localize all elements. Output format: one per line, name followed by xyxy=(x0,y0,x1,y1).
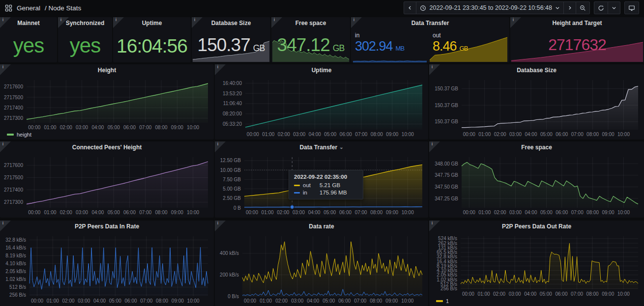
svg-text:2.50 GB: 2.50 GB xyxy=(223,195,241,201)
svg-text:1.02 kB/s: 1.02 kB/s xyxy=(5,277,26,282)
panel-title[interactable]: Uptime xyxy=(113,17,191,29)
info-icon[interactable]: i xyxy=(113,17,124,28)
svg-text:00:00: 00:00 xyxy=(246,210,258,215)
panel-uptime-chart: i Uptime 00:0001:0002:0003:0004:0005:000… xyxy=(215,64,428,139)
database-size-chart[interactable]: 00:0001:0002:0003:0004:0005:0006:0007:00… xyxy=(430,75,643,139)
info-icon[interactable]: i xyxy=(429,141,440,152)
svg-text:02:00: 02:00 xyxy=(60,210,72,215)
panel-title[interactable]: Height xyxy=(0,64,214,76)
panel-title[interactable]: Free space xyxy=(429,141,644,153)
info-icon[interactable]: i xyxy=(58,17,69,28)
svg-text:08:20:00: 08:20:00 xyxy=(223,111,242,116)
svg-text:10:00: 10:00 xyxy=(617,210,630,215)
svg-text:02:00: 02:00 xyxy=(62,298,75,304)
svg-text:05:00: 05:00 xyxy=(322,298,335,304)
svg-text:09:00: 09:00 xyxy=(602,132,615,137)
svg-text:04:00: 04:00 xyxy=(93,298,106,304)
svg-text:2717400: 2717400 xyxy=(4,187,23,193)
svg-text:06:00: 06:00 xyxy=(339,210,351,215)
height-chart[interactable]: 00:0001:0002:0003:0004:0005:0006:0007:00… xyxy=(1,75,213,139)
svg-text:256 B/s: 256 B/s xyxy=(9,292,26,298)
svg-text:07:00: 07:00 xyxy=(139,125,151,130)
uptime-chart[interactable]: 00:0001:0002:0003:0004:0005:0006:0007:00… xyxy=(216,75,427,139)
legend[interactable]: height xyxy=(7,132,31,138)
panel-title[interactable]: Height and Target xyxy=(510,17,644,29)
info-icon[interactable]: i xyxy=(192,17,203,28)
info-icon[interactable]: i xyxy=(429,221,440,231)
database-size-value: 150.37GB xyxy=(198,36,265,54)
p2p-out-rate-chart[interactable]: 00:0001:0002:0003:0004:0005:0006:0007:00… xyxy=(430,231,643,305)
svg-text:524 kB/s: 524 kB/s xyxy=(438,236,457,241)
svg-text:06:00: 06:00 xyxy=(338,298,351,304)
info-icon[interactable]: i xyxy=(215,221,226,231)
svg-text:07:00: 07:00 xyxy=(571,132,584,137)
info-icon[interactable]: i xyxy=(0,221,11,231)
panel-title[interactable]: Data Transfer xyxy=(351,17,509,29)
info-icon[interactable]: i xyxy=(0,141,11,152)
svg-text:00:00: 00:00 xyxy=(463,210,475,215)
panel-title[interactable]: P2P Peers Data Out Rate xyxy=(429,221,644,232)
chevron-down-icon[interactable]: ⌄ xyxy=(339,144,343,150)
svg-text:03:00: 03:00 xyxy=(291,298,303,304)
time-range-picker[interactable]: 2022-09-21 23:30:45 to 2022-09-22 10:56:… xyxy=(416,1,564,14)
data-rate-chart[interactable]: 00:0001:0002:0003:0004:0005:0006:0007:00… xyxy=(216,231,427,305)
info-icon[interactable]: i xyxy=(351,17,362,28)
kiosk-mode-button[interactable] xyxy=(624,1,639,14)
svg-text:02:00: 02:00 xyxy=(494,210,506,215)
svg-text:2717300: 2717300 xyxy=(4,115,23,121)
info-icon[interactable]: i xyxy=(0,17,11,28)
refresh-button[interactable] xyxy=(594,1,608,14)
panel-title[interactable]: Uptime xyxy=(215,64,428,76)
mainnet-value: yes xyxy=(13,35,44,56)
info-icon[interactable]: i xyxy=(215,64,226,75)
svg-text:05:00: 05:00 xyxy=(323,210,336,215)
svg-text:2717500: 2717500 xyxy=(4,95,23,100)
free-space-chart[interactable]: 00:0001:0002:0003:0004:0005:0006:0007:00… xyxy=(430,152,643,217)
svg-text:348.00 GB: 348.00 GB xyxy=(435,161,458,167)
svg-text:04:00: 04:00 xyxy=(309,132,321,137)
svg-text:16:40:00: 16:40:00 xyxy=(223,81,242,86)
svg-text:09:00: 09:00 xyxy=(171,125,183,130)
uptime-value: 16:04:56 xyxy=(117,36,187,56)
tooltip-series-dash xyxy=(294,192,300,194)
svg-text:347.75 GB: 347.75 GB xyxy=(435,172,458,178)
legend-label[interactable]: 1 xyxy=(446,298,449,304)
panel-uptime-stat: i Uptime 16:04:56 xyxy=(113,17,191,62)
zoom-out-button[interactable] xyxy=(576,1,590,14)
breadcrumb[interactable]: General / Node Stats xyxy=(5,4,81,12)
panel-title[interactable]: Database Size xyxy=(192,17,270,29)
panel-title[interactable]: P2P Peers Data In Rate xyxy=(0,221,214,232)
panel-title[interactable]: Free space xyxy=(271,17,350,29)
time-shift-forward-button[interactable] xyxy=(563,1,576,14)
panel-title[interactable]: Connected Peers' Height xyxy=(0,141,214,153)
legend-label[interactable]: height xyxy=(17,132,31,138)
panel-title[interactable]: Database Size xyxy=(429,64,644,76)
svg-text:05:00: 05:00 xyxy=(540,132,553,137)
svg-text:02:00: 02:00 xyxy=(277,210,289,215)
panel-synchronized: i Synchronized yes xyxy=(58,17,112,62)
info-icon[interactable]: i xyxy=(271,17,282,28)
peers-height-chart[interactable]: 00:0001:0002:0003:0004:0005:0006:0007:00… xyxy=(1,152,213,217)
svg-text:00:00: 00:00 xyxy=(28,210,40,215)
info-icon[interactable]: i xyxy=(429,64,440,75)
svg-text:10:00: 10:00 xyxy=(617,132,630,137)
apps-grid-icon[interactable] xyxy=(5,4,12,12)
info-icon[interactable]: i xyxy=(215,141,226,152)
info-icon[interactable]: i xyxy=(0,64,11,75)
refresh-interval-button[interactable] xyxy=(608,1,620,14)
p2p-in-rate-chart[interactable]: 00:0001:0002:0003:0004:0005:0006:0007:00… xyxy=(1,231,213,305)
time-shift-back-button[interactable] xyxy=(404,1,416,14)
svg-text:00:00: 00:00 xyxy=(28,125,40,130)
panel-title[interactable]: Data Transfer⌄ xyxy=(215,141,428,153)
svg-text:07:00: 07:00 xyxy=(354,298,366,304)
svg-text:09:00: 09:00 xyxy=(386,210,398,215)
clock-icon xyxy=(420,5,426,11)
info-icon[interactable]: i xyxy=(510,17,521,28)
breadcrumb-section[interactable]: General xyxy=(17,4,40,12)
chevron-down-icon xyxy=(612,5,616,10)
legend[interactable]: 1 xyxy=(436,298,449,304)
svg-text:03:00: 03:00 xyxy=(509,210,522,215)
svg-text:13:53:20: 13:53:20 xyxy=(223,91,242,96)
panel-title[interactable]: Data rate xyxy=(215,221,428,232)
svg-text:09:00: 09:00 xyxy=(172,298,184,304)
